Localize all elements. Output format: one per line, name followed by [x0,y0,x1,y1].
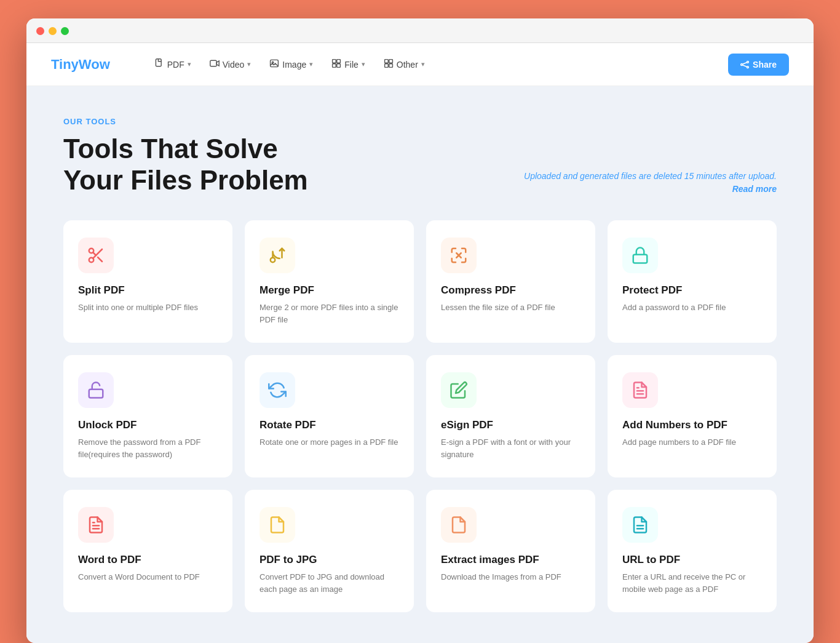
tool-card[interactable]: eSign PDFE-sign a PDF with a font or wit… [426,355,595,477]
tool-card[interactable]: Compress PDFLessen the file size of a PD… [426,220,595,343]
tool-desc: Enter a URL and receive the PC or mobile… [622,571,762,595]
svg-rect-9 [389,59,393,63]
tool-card[interactable]: Rotate PDFRotate one or more pages in a … [245,355,414,477]
numbers-icon [622,372,658,408]
svg-rect-6 [333,63,336,67]
tool-card[interactable]: Add Numbers to PDFAdd page numbers to a … [608,355,777,477]
page-content: OUR TOOLS Tools That Solve Your Files Pr… [26,86,814,643]
title-line1: Tools That Solve [63,134,308,165]
section-label: OUR TOOLS [63,117,308,126]
logo[interactable]: TinyWow [51,57,110,73]
svg-rect-21 [633,255,648,263]
traffic-light-yellow[interactable] [49,27,57,35]
nav-item-image[interactable]: Image ▾ [262,55,320,74]
svg-rect-7 [337,63,341,67]
nav-label-image: Image [282,60,306,70]
tool-desc: Convert PDF to JPG and download each pag… [260,571,399,595]
tool-card[interactable]: Merge PDFMerge 2 or more PDF files into … [245,220,414,343]
compress-icon [441,238,477,273]
tool-grid: Split PDFSplit into one or multiple PDF … [63,220,777,612]
tool-name: Word to PDF [78,554,218,566]
title-line2: Your Files Problem [63,165,308,196]
tool-card[interactable]: Protect PDFAdd a password to a PDF file [608,220,777,343]
tool-card[interactable]: Extract images PDFDownload the Images fr… [426,490,595,612]
tool-name: URL to PDF [622,554,762,566]
tool-desc: Split into one or multiple PDF files [78,302,218,314]
nav-label-file: File [344,60,359,70]
pdf-jpg-icon [260,507,295,543]
tool-name: Rotate PDF [260,419,399,431]
svg-rect-8 [384,59,388,63]
rotate-icon [260,372,295,408]
file-icon-nav [331,58,341,71]
tool-desc: Lessen the file size of a PDF file [441,302,580,314]
nav-item-pdf[interactable]: PDF ▾ [147,55,199,74]
svg-rect-11 [389,63,393,67]
tool-desc: Add a password to a PDF file [622,302,762,314]
nav-label-other: Other [397,60,418,70]
tool-card[interactable]: Word to PDFConvert a Word Document to PD… [63,490,232,612]
chevron-image: ▾ [309,60,313,68]
svg-point-12 [747,61,749,63]
tool-card[interactable]: Split PDFSplit into one or multiple PDF … [63,220,232,343]
tool-card[interactable]: Unlock PDFRemove the password from a PDF… [63,355,232,477]
nav-item-file[interactable]: File ▾ [324,55,373,74]
tool-name: Extract images PDF [441,554,580,566]
page-title: Tools That Solve Your Files Problem [63,134,308,196]
nav-links: PDF ▾ Video ▾ [147,55,703,74]
header-left: OUR TOOLS Tools That Solve Your Files Pr… [63,117,308,196]
image-icon [269,58,279,71]
nav-item-other[interactable]: Other ▾ [376,55,432,74]
tool-desc: Merge 2 or more PDF files into a single … [260,302,399,325]
share-button[interactable]: Share [728,54,789,76]
svg-rect-1 [210,60,216,66]
svg-rect-5 [337,59,341,63]
svg-rect-4 [333,59,336,63]
logo-tiny: Tiny [51,57,79,72]
header-row: OUR TOOLS Tools That Solve Your Files Pr… [63,117,777,196]
video-icon [210,58,220,71]
pdf-icon [154,58,164,71]
nav-item-video[interactable]: Video ▾ [202,55,259,74]
nav-label-video: Video [223,60,245,70]
tool-name: Compress PDF [441,284,580,297]
svg-point-14 [747,66,749,68]
url-icon [622,507,658,543]
traffic-light-green[interactable] [61,27,69,35]
tool-desc: Download the Images from a PDF [441,571,580,583]
svg-line-18 [98,257,102,262]
share-icon [740,60,749,69]
tool-desc: Remove the password from a PDF file(requ… [78,436,218,460]
svg-point-13 [741,63,743,65]
extract-icon [441,507,477,543]
tool-name: eSign PDF [441,419,580,431]
tool-name: Protect PDF [622,284,762,297]
chevron-other: ▾ [421,60,425,68]
scissors-icon [78,238,114,273]
word-icon [78,507,114,543]
browser-chrome [26,18,814,43]
chevron-file: ▾ [362,60,365,68]
navbar: TinyWow PDF ▾ [26,43,814,86]
nav-label-pdf: PDF [167,60,184,70]
tool-name: Split PDF [78,284,218,297]
upload-note-text: Uploaded and generated files are deleted… [524,171,777,181]
traffic-lights [36,27,804,35]
header-right: Uploaded and generated files are deleted… [518,170,777,196]
other-icon [384,58,394,71]
svg-rect-10 [384,63,388,67]
unlock-icon [78,372,114,408]
tool-name: Add Numbers to PDF [622,419,762,431]
lock-icon [622,238,658,273]
traffic-light-red[interactable] [36,27,44,35]
svg-line-19 [93,252,96,255]
share-button-label: Share [753,60,777,70]
tool-name: Unlock PDF [78,419,218,431]
tool-card[interactable]: URL to PDFEnter a URL and receive the PC… [608,490,777,612]
read-more-link[interactable]: Read more [732,184,777,194]
svg-rect-2 [271,60,279,66]
tool-desc: Rotate one or more pages in a PDF file [260,436,399,449]
logo-wow: Wow [79,57,110,72]
tool-card[interactable]: PDF to JPGConvert PDF to JPG and downloa… [245,490,414,612]
chevron-video: ▾ [247,60,251,68]
